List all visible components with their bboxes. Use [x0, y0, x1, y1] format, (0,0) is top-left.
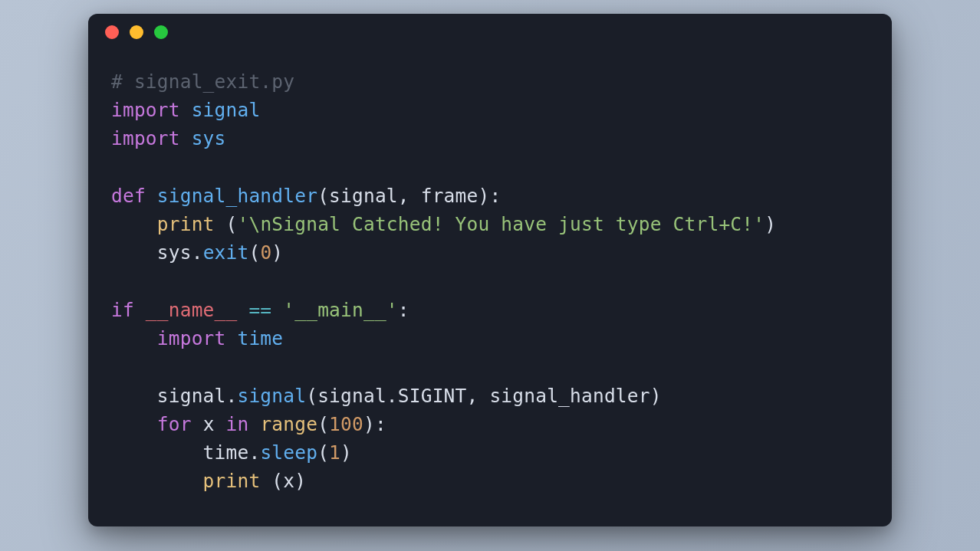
code-token: # signal_exit.py — [111, 71, 294, 93]
code-token: ( — [260, 470, 283, 492]
code-block: # signal_exit.pyimport signalimport sys … — [88, 51, 892, 526]
code-line — [111, 267, 869, 296]
code-line: def signal_handler(signal, frame): — [111, 182, 869, 210]
code-token: print — [203, 470, 261, 492]
code-token: ) — [765, 213, 776, 235]
code-token: signal_handler — [489, 385, 649, 407]
code-token: 0 — [260, 241, 271, 264]
minimize-icon[interactable] — [130, 25, 143, 39]
code-token — [146, 185, 157, 207]
code-token — [248, 413, 260, 435]
code-token: . — [248, 441, 260, 464]
code-token: time — [203, 441, 249, 464]
code-token: ) — [271, 241, 283, 264]
code-token: import — [157, 327, 226, 349]
maximize-icon[interactable] — [154, 25, 168, 39]
code-line: time.sleep(1) — [111, 438, 869, 467]
code-token: def — [111, 185, 146, 207]
code-token: ( — [248, 241, 260, 264]
code-token: , — [398, 185, 421, 207]
code-token — [237, 299, 248, 321]
code-token — [180, 99, 192, 121]
code-token: ): — [478, 185, 501, 207]
code-line: signal.signal(signal.SIGINT, signal_hand… — [111, 382, 869, 410]
code-token: print — [157, 213, 215, 235]
code-line: for x in range(100): — [111, 410, 869, 438]
code-token: 1 — [329, 441, 340, 464]
code-token: signal — [157, 385, 226, 407]
code-token: ( — [317, 441, 329, 464]
code-token: ( — [317, 185, 329, 207]
code-token: x — [203, 413, 215, 435]
code-line: # signal_exit.py — [111, 67, 869, 96]
code-token: sys — [192, 127, 226, 149]
code-line: print (x) — [111, 467, 869, 495]
code-token — [215, 413, 226, 435]
code-token: ( — [306, 385, 317, 407]
code-token: . — [386, 385, 398, 407]
code-line: import time — [111, 324, 869, 353]
code-token: ) — [650, 385, 662, 407]
code-token: == — [248, 299, 271, 321]
code-line: sys.exit(0) — [111, 238, 869, 267]
code-token: signal_handler — [157, 185, 317, 207]
code-token — [111, 413, 157, 435]
code-token: '__main__' — [283, 299, 398, 321]
code-token: 100 — [329, 413, 363, 435]
code-token: import — [111, 99, 180, 121]
terminal-window: # signal_exit.pyimport signalimport sys … — [88, 14, 892, 526]
code-token — [111, 441, 203, 464]
code-line — [111, 153, 869, 182]
code-token: SIGINT — [398, 385, 467, 407]
titlebar — [88, 14, 892, 51]
code-token: ): — [363, 413, 386, 435]
code-token: for — [157, 413, 192, 435]
code-token — [111, 385, 157, 407]
code-token: ) — [340, 441, 352, 464]
code-token: . — [192, 241, 203, 264]
code-token: '\nSignal Catched! You have just type Ct… — [237, 213, 765, 235]
code-line: import sys — [111, 124, 869, 153]
code-token: ) — [294, 470, 306, 492]
code-token: if — [111, 299, 134, 321]
close-icon[interactable] — [105, 25, 119, 39]
code-token: , — [466, 385, 489, 407]
code-token — [111, 327, 157, 349]
code-token: range — [260, 413, 317, 435]
code-token — [134, 299, 146, 321]
code-token: __name__ — [146, 299, 238, 321]
code-token: ( — [215, 213, 238, 235]
code-token: frame — [421, 185, 478, 207]
code-token: signal — [237, 385, 306, 407]
code-token — [226, 327, 238, 349]
code-line — [111, 353, 869, 381]
code-token: signal — [192, 99, 261, 121]
code-token: sys — [157, 241, 192, 264]
code-token: time — [237, 327, 283, 349]
code-token: in — [226, 413, 249, 435]
code-token: x — [283, 470, 294, 492]
code-token — [271, 299, 283, 321]
code-token — [111, 470, 203, 492]
code-token — [192, 413, 203, 435]
code-token: . — [226, 385, 238, 407]
code-token: import — [111, 127, 180, 149]
code-token: signal — [317, 385, 386, 407]
code-token: exit — [203, 241, 249, 264]
code-token — [111, 213, 157, 235]
code-token: : — [398, 299, 409, 321]
code-token — [111, 241, 157, 264]
code-line: print ('\nSignal Catched! You have just … — [111, 210, 869, 238]
code-token: ( — [317, 413, 329, 435]
code-line: import signal — [111, 96, 869, 124]
code-line: if __name__ == '__main__': — [111, 296, 869, 324]
code-token: signal — [329, 185, 398, 207]
code-token: sleep — [260, 441, 317, 464]
code-token — [180, 127, 192, 149]
